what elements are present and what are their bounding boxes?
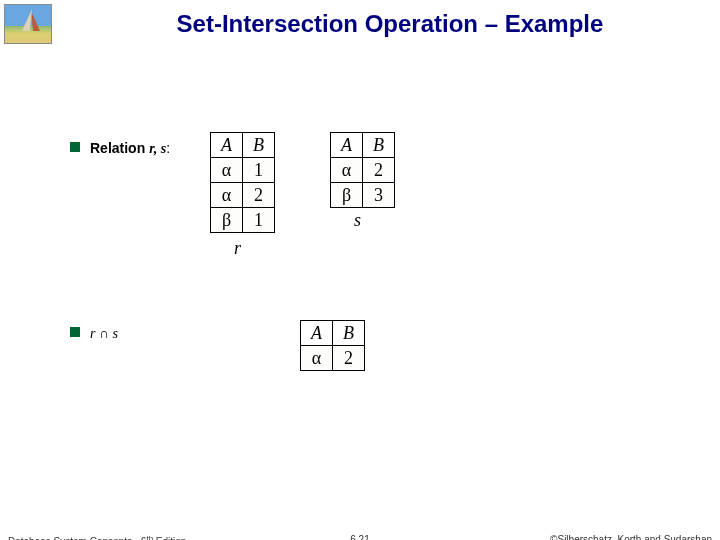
table-s-caption: s <box>354 210 361 231</box>
table-header: B <box>243 133 275 158</box>
footer-copyright: ©Silberschatz, Korth and Sudarshan <box>550 534 712 540</box>
bullet-icon <box>70 142 80 152</box>
logo-image <box>4 4 52 44</box>
table-r-caption: r <box>234 238 241 259</box>
table-cell: β <box>331 183 363 208</box>
bullet1-label: Relation <box>90 140 149 156</box>
table-cell: 2 <box>363 158 395 183</box>
table-cell: α <box>211 158 243 183</box>
bullet2-expr: r ∩ s <box>90 326 118 341</box>
table-cell: α <box>301 346 333 371</box>
table-cell: α <box>331 158 363 183</box>
table-header: B <box>333 321 365 346</box>
table-cell: β <box>211 208 243 233</box>
table-header: B <box>363 133 395 158</box>
table-r: A B α 1 α 2 β 1 <box>210 132 275 233</box>
table-cell: 2 <box>243 183 275 208</box>
table-cell: 1 <box>243 208 275 233</box>
bullet-intersection: r ∩ s <box>70 325 118 342</box>
bullet1-vars: r, s <box>149 141 166 156</box>
table-cell: 2 <box>333 346 365 371</box>
table-s: A B α 2 β 3 <box>330 132 395 208</box>
bullet-icon <box>70 327 80 337</box>
bullet-relation: Relation r, s: <box>70 140 170 157</box>
table-header: A <box>211 133 243 158</box>
table-header: A <box>301 321 333 346</box>
table-cell: 1 <box>243 158 275 183</box>
table-header: A <box>331 133 363 158</box>
slide-title: Set-Intersection Operation – Example <box>80 10 700 38</box>
bullet1-suffix: : <box>166 140 170 156</box>
table-cell: 3 <box>363 183 395 208</box>
table-cell: α <box>211 183 243 208</box>
table-result: A B α 2 <box>300 320 365 371</box>
